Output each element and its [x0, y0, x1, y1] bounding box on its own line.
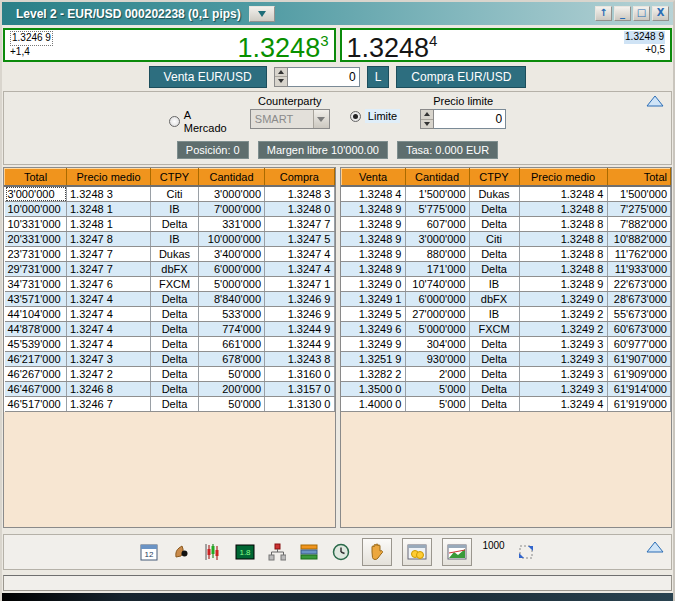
buy-button[interactable]: Compra EUR/USD	[396, 66, 526, 88]
cell[interactable]: 171'000	[405, 262, 469, 277]
counterparty-select[interactable]: SMART	[250, 109, 330, 129]
cell[interactable]: Citi	[151, 186, 199, 202]
column-header[interactable]: CTPY	[151, 169, 199, 187]
cell[interactable]: 1.3249 5	[341, 307, 405, 322]
cell[interactable]: 1.4000 0	[341, 397, 405, 412]
cell[interactable]: dbFX	[151, 262, 199, 277]
cell[interactable]: 1.3282 2	[341, 367, 405, 382]
cell[interactable]: 1.3247 7	[67, 247, 151, 262]
cell[interactable]: 60'673'000	[607, 322, 671, 337]
cell[interactable]: 10'000'000	[5, 202, 67, 217]
table-row[interactable]: 1.3248 93'000'000Citi1.3248 810'882'000	[341, 232, 671, 247]
cell[interactable]: 55'673'000	[607, 307, 671, 322]
sell-button[interactable]: Venta EUR/USD	[149, 66, 267, 88]
limit-price-spinner[interactable]	[420, 109, 434, 129]
cell[interactable]: 5'000'000	[405, 322, 469, 337]
column-header[interactable]: Cantidad	[199, 169, 265, 187]
candlestick-chart-icon[interactable]	[202, 541, 224, 563]
limit-price-input[interactable]	[434, 109, 506, 129]
bid-price-panel[interactable]: 1.3246 9 +1,4 1.32483	[3, 28, 336, 62]
coins-icon[interactable]	[402, 538, 432, 566]
cell[interactable]: Delta	[151, 322, 199, 337]
pointer-icon[interactable]	[170, 541, 192, 563]
table-row[interactable]: 23'731'0001.3247 7Dukas3'400'0001.3247 4	[5, 247, 335, 262]
cell[interactable]: 1.3249 3	[519, 352, 607, 367]
cell[interactable]: 60'977'000	[607, 337, 671, 352]
cell[interactable]: 10'331'000	[5, 217, 67, 232]
cell[interactable]: Delta	[151, 397, 199, 412]
column-header[interactable]: Cantidad	[405, 169, 469, 187]
cell[interactable]: 1.3246 9	[265, 307, 335, 322]
cell[interactable]: 3'000'000	[5, 186, 67, 202]
cell[interactable]: 1.3247 4	[265, 262, 335, 277]
cell[interactable]: 1.3247 5	[265, 232, 335, 247]
radio-off-icon[interactable]	[169, 116, 180, 127]
cell[interactable]: Dukas	[151, 247, 199, 262]
cell[interactable]: 3'400'000	[199, 247, 265, 262]
cell[interactable]: 10'740'000	[405, 277, 469, 292]
calendar-icon[interactable]: 12	[138, 541, 160, 563]
cell[interactable]: 1.3247 4	[265, 247, 335, 262]
cell[interactable]: 6'000'000	[199, 262, 265, 277]
cell[interactable]: 23'731'000	[5, 247, 67, 262]
cell[interactable]: 1.3246 9	[265, 292, 335, 307]
cell[interactable]: 1.3244 9	[265, 322, 335, 337]
cell[interactable]: 1.3130 0	[265, 397, 335, 412]
table-row[interactable]: 45'539'0001.3247 4Delta661'0001.3244 9	[5, 337, 335, 352]
table-row[interactable]: 46'467'0001.3246 8Delta200'0001.3157 0	[5, 382, 335, 397]
table-row[interactable]: 1.3251 9930'000Delta1.3249 361'907'000	[341, 352, 671, 367]
cell[interactable]: 61'914'000	[607, 382, 671, 397]
cell[interactable]: 1.3500 0	[341, 382, 405, 397]
cell[interactable]: 5'000'000	[199, 277, 265, 292]
cell[interactable]: 1.3248 9	[341, 247, 405, 262]
cell[interactable]: 44'878'000	[5, 322, 67, 337]
table-row[interactable]: 43'571'0001.3247 4Delta8'840'0001.3246 9	[5, 292, 335, 307]
cell[interactable]: 44'104'000	[5, 307, 67, 322]
cell[interactable]: 1.3248 3	[265, 186, 335, 202]
cell[interactable]: 1.3248 9	[341, 202, 405, 217]
table-row[interactable]: 1.3249 16'000'000dbFX1.3249 028'673'000	[341, 292, 671, 307]
cell[interactable]: 1.3247 7	[67, 262, 151, 277]
table-row[interactable]: 1.3249 65'000'000FXCM1.3249 260'673'000	[341, 322, 671, 337]
cell[interactable]: 7'275'000	[607, 202, 671, 217]
cell[interactable]: Delta	[469, 262, 519, 277]
limit-radio[interactable]: Limite	[350, 109, 400, 123]
cell[interactable]: 200'000	[199, 382, 265, 397]
cell[interactable]: 1.3248 9	[519, 277, 607, 292]
cell[interactable]: 46'217'000	[5, 352, 67, 367]
cell[interactable]: 7'882'000	[607, 217, 671, 232]
table-row[interactable]: 44'878'0001.3247 4Delta774'0001.3244 9	[5, 322, 335, 337]
cell[interactable]: 11'933'000	[607, 262, 671, 277]
cell[interactable]: 1.3248 4	[341, 186, 405, 202]
cell[interactable]: 1.3247 6	[67, 277, 151, 292]
column-header[interactable]: Precio medio	[67, 169, 151, 187]
cell[interactable]: 8'840'000	[199, 292, 265, 307]
cell[interactable]: 1'500'000	[405, 186, 469, 202]
cell[interactable]: 1.3249 4	[519, 397, 607, 412]
lot-button[interactable]: L	[367, 66, 390, 88]
cell[interactable]: 1.3248 4	[519, 186, 607, 202]
cell[interactable]: Delta	[151, 217, 199, 232]
cell[interactable]: 1.3248 9	[341, 232, 405, 247]
cell[interactable]: 43'571'000	[5, 292, 67, 307]
table-row[interactable]: 34'731'0001.3247 6FXCM5'000'0001.3247 1	[5, 277, 335, 292]
cell[interactable]: Delta	[469, 397, 519, 412]
table-row[interactable]: 46'267'0001.3247 2Delta50'0001.3160 0	[5, 367, 335, 382]
cell[interactable]: FXCM	[469, 322, 519, 337]
table-row[interactable]: 3'000'0001.3248 3Citi3'000'0001.3248 3	[5, 186, 335, 202]
cell[interactable]: Delta	[151, 337, 199, 352]
cell[interactable]: 2'000	[405, 367, 469, 382]
cell[interactable]: Delta	[151, 352, 199, 367]
radio-on-icon[interactable]	[350, 111, 361, 122]
cell[interactable]: 1.3246 8	[67, 382, 151, 397]
cell[interactable]: Delta	[469, 337, 519, 352]
hand-icon[interactable]	[362, 538, 392, 566]
cell[interactable]: 1.3248 0	[265, 202, 335, 217]
layers-icon[interactable]	[298, 541, 320, 563]
cell[interactable]: 1.3249 0	[519, 292, 607, 307]
cell[interactable]: 5'775'000	[405, 202, 469, 217]
collapse-panel-button[interactable]	[646, 95, 664, 109]
column-header[interactable]: Precio medio	[519, 169, 607, 187]
ask-price-panel[interactable]: 1.32484 1.3248 9 +0,5	[340, 28, 673, 62]
table-row[interactable]: 44'104'0001.3247 4Delta533'0001.3246 9	[5, 307, 335, 322]
